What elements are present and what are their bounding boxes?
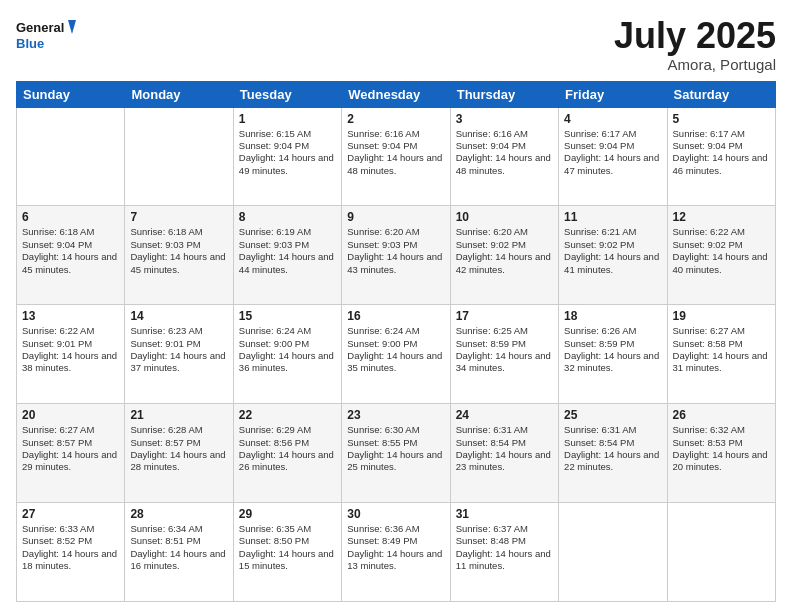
- day-number: 6: [22, 210, 119, 224]
- day-content: Sunrise: 6:16 AMSunset: 9:04 PMDaylight:…: [347, 128, 444, 177]
- table-row: 20Sunrise: 6:27 AMSunset: 8:57 PMDayligh…: [17, 404, 125, 503]
- day-number: 23: [347, 408, 444, 422]
- day-number: 26: [673, 408, 770, 422]
- day-number: 7: [130, 210, 227, 224]
- day-content: Sunrise: 6:31 AMSunset: 8:54 PMDaylight:…: [456, 424, 553, 473]
- table-row: 22Sunrise: 6:29 AMSunset: 8:56 PMDayligh…: [233, 404, 341, 503]
- day-content: Sunrise: 6:32 AMSunset: 8:53 PMDaylight:…: [673, 424, 770, 473]
- calendar-week-row: 1Sunrise: 6:15 AMSunset: 9:04 PMDaylight…: [17, 107, 776, 206]
- table-row: 31Sunrise: 6:37 AMSunset: 8:48 PMDayligh…: [450, 503, 558, 602]
- table-row: 7Sunrise: 6:18 AMSunset: 9:03 PMDaylight…: [125, 206, 233, 305]
- table-row: 8Sunrise: 6:19 AMSunset: 9:03 PMDaylight…: [233, 206, 341, 305]
- day-content: Sunrise: 6:22 AMSunset: 9:01 PMDaylight:…: [22, 325, 119, 374]
- col-friday: Friday: [559, 81, 667, 107]
- table-row: 16Sunrise: 6:24 AMSunset: 9:00 PMDayligh…: [342, 305, 450, 404]
- day-number: 29: [239, 507, 336, 521]
- table-row: 10Sunrise: 6:20 AMSunset: 9:02 PMDayligh…: [450, 206, 558, 305]
- table-row: 30Sunrise: 6:36 AMSunset: 8:49 PMDayligh…: [342, 503, 450, 602]
- col-monday: Monday: [125, 81, 233, 107]
- day-number: 3: [456, 112, 553, 126]
- day-number: 24: [456, 408, 553, 422]
- table-row: 17Sunrise: 6:25 AMSunset: 8:59 PMDayligh…: [450, 305, 558, 404]
- day-number: 20: [22, 408, 119, 422]
- table-row: [667, 503, 775, 602]
- day-content: Sunrise: 6:30 AMSunset: 8:55 PMDaylight:…: [347, 424, 444, 473]
- svg-marker-2: [68, 20, 76, 34]
- day-number: 25: [564, 408, 661, 422]
- col-tuesday: Tuesday: [233, 81, 341, 107]
- day-content: Sunrise: 6:18 AMSunset: 9:04 PMDaylight:…: [22, 226, 119, 275]
- day-number: 1: [239, 112, 336, 126]
- page: General Blue July 2025 Amora, Portugal S…: [0, 0, 792, 612]
- table-row: 15Sunrise: 6:24 AMSunset: 9:00 PMDayligh…: [233, 305, 341, 404]
- col-sunday: Sunday: [17, 81, 125, 107]
- table-row: 24Sunrise: 6:31 AMSunset: 8:54 PMDayligh…: [450, 404, 558, 503]
- day-content: Sunrise: 6:24 AMSunset: 9:00 PMDaylight:…: [347, 325, 444, 374]
- day-number: 28: [130, 507, 227, 521]
- month-title: July 2025: [614, 16, 776, 56]
- table-row: 29Sunrise: 6:35 AMSunset: 8:50 PMDayligh…: [233, 503, 341, 602]
- day-number: 4: [564, 112, 661, 126]
- table-row: 5Sunrise: 6:17 AMSunset: 9:04 PMDaylight…: [667, 107, 775, 206]
- day-content: Sunrise: 6:28 AMSunset: 8:57 PMDaylight:…: [130, 424, 227, 473]
- table-row: 18Sunrise: 6:26 AMSunset: 8:59 PMDayligh…: [559, 305, 667, 404]
- day-number: 22: [239, 408, 336, 422]
- col-saturday: Saturday: [667, 81, 775, 107]
- day-number: 27: [22, 507, 119, 521]
- day-number: 30: [347, 507, 444, 521]
- table-row: 1Sunrise: 6:15 AMSunset: 9:04 PMDaylight…: [233, 107, 341, 206]
- table-row: 28Sunrise: 6:34 AMSunset: 8:51 PMDayligh…: [125, 503, 233, 602]
- table-row: [125, 107, 233, 206]
- calendar-header-row: Sunday Monday Tuesday Wednesday Thursday…: [17, 81, 776, 107]
- day-number: 8: [239, 210, 336, 224]
- location-subtitle: Amora, Portugal: [614, 56, 776, 73]
- header: General Blue July 2025 Amora, Portugal: [16, 16, 776, 73]
- day-number: 12: [673, 210, 770, 224]
- calendar-table: Sunday Monday Tuesday Wednesday Thursday…: [16, 81, 776, 602]
- svg-text:General: General: [16, 20, 64, 35]
- day-content: Sunrise: 6:29 AMSunset: 8:56 PMDaylight:…: [239, 424, 336, 473]
- day-content: Sunrise: 6:27 AMSunset: 8:58 PMDaylight:…: [673, 325, 770, 374]
- day-number: 5: [673, 112, 770, 126]
- day-content: Sunrise: 6:22 AMSunset: 9:02 PMDaylight:…: [673, 226, 770, 275]
- title-block: July 2025 Amora, Portugal: [614, 16, 776, 73]
- day-content: Sunrise: 6:31 AMSunset: 8:54 PMDaylight:…: [564, 424, 661, 473]
- day-content: Sunrise: 6:17 AMSunset: 9:04 PMDaylight:…: [673, 128, 770, 177]
- col-wednesday: Wednesday: [342, 81, 450, 107]
- table-row: 3Sunrise: 6:16 AMSunset: 9:04 PMDaylight…: [450, 107, 558, 206]
- table-row: 26Sunrise: 6:32 AMSunset: 8:53 PMDayligh…: [667, 404, 775, 503]
- day-content: Sunrise: 6:35 AMSunset: 8:50 PMDaylight:…: [239, 523, 336, 572]
- table-row: 21Sunrise: 6:28 AMSunset: 8:57 PMDayligh…: [125, 404, 233, 503]
- day-number: 21: [130, 408, 227, 422]
- day-number: 17: [456, 309, 553, 323]
- table-row: [17, 107, 125, 206]
- day-number: 31: [456, 507, 553, 521]
- day-content: Sunrise: 6:20 AMSunset: 9:03 PMDaylight:…: [347, 226, 444, 275]
- table-row: 14Sunrise: 6:23 AMSunset: 9:01 PMDayligh…: [125, 305, 233, 404]
- table-row: 11Sunrise: 6:21 AMSunset: 9:02 PMDayligh…: [559, 206, 667, 305]
- general-blue-logo-icon: General Blue: [16, 16, 76, 56]
- day-content: Sunrise: 6:25 AMSunset: 8:59 PMDaylight:…: [456, 325, 553, 374]
- day-content: Sunrise: 6:37 AMSunset: 8:48 PMDaylight:…: [456, 523, 553, 572]
- day-number: 16: [347, 309, 444, 323]
- day-content: Sunrise: 6:23 AMSunset: 9:01 PMDaylight:…: [130, 325, 227, 374]
- table-row: [559, 503, 667, 602]
- table-row: 6Sunrise: 6:18 AMSunset: 9:04 PMDaylight…: [17, 206, 125, 305]
- day-content: Sunrise: 6:20 AMSunset: 9:02 PMDaylight:…: [456, 226, 553, 275]
- day-number: 18: [564, 309, 661, 323]
- day-number: 15: [239, 309, 336, 323]
- day-content: Sunrise: 6:16 AMSunset: 9:04 PMDaylight:…: [456, 128, 553, 177]
- day-content: Sunrise: 6:21 AMSunset: 9:02 PMDaylight:…: [564, 226, 661, 275]
- day-content: Sunrise: 6:36 AMSunset: 8:49 PMDaylight:…: [347, 523, 444, 572]
- day-content: Sunrise: 6:33 AMSunset: 8:52 PMDaylight:…: [22, 523, 119, 572]
- day-content: Sunrise: 6:26 AMSunset: 8:59 PMDaylight:…: [564, 325, 661, 374]
- day-content: Sunrise: 6:34 AMSunset: 8:51 PMDaylight:…: [130, 523, 227, 572]
- day-number: 19: [673, 309, 770, 323]
- day-content: Sunrise: 6:18 AMSunset: 9:03 PMDaylight:…: [130, 226, 227, 275]
- table-row: 9Sunrise: 6:20 AMSunset: 9:03 PMDaylight…: [342, 206, 450, 305]
- calendar-week-row: 27Sunrise: 6:33 AMSunset: 8:52 PMDayligh…: [17, 503, 776, 602]
- calendar-week-row: 20Sunrise: 6:27 AMSunset: 8:57 PMDayligh…: [17, 404, 776, 503]
- day-content: Sunrise: 6:19 AMSunset: 9:03 PMDaylight:…: [239, 226, 336, 275]
- day-content: Sunrise: 6:24 AMSunset: 9:00 PMDaylight:…: [239, 325, 336, 374]
- day-number: 14: [130, 309, 227, 323]
